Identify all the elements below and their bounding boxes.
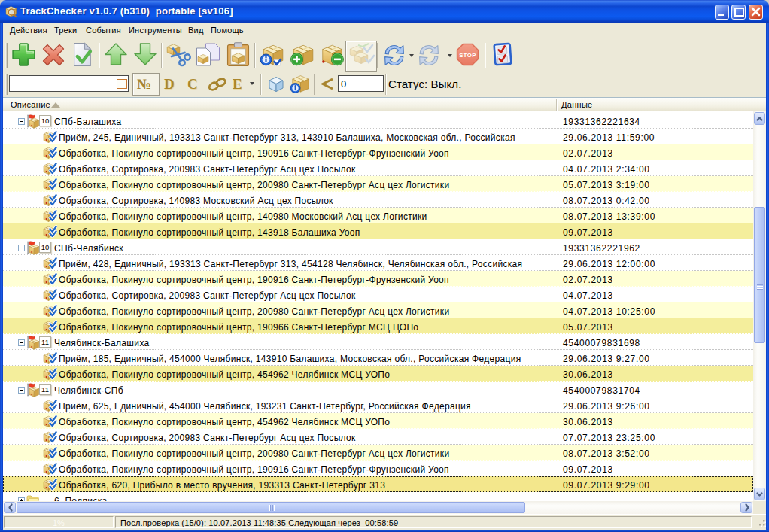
svg-text:E: E (233, 76, 242, 92)
svg-text:C: C (187, 76, 198, 92)
svg-text:D: D (164, 76, 175, 92)
svg-text:№: № (137, 76, 151, 92)
